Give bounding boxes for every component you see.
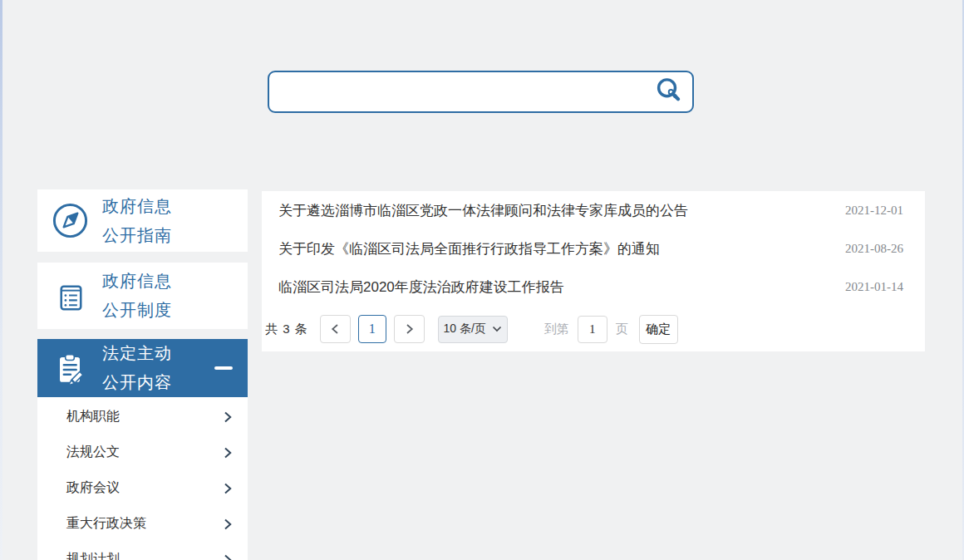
chevron-left-icon [330, 323, 341, 335]
chevron-right-icon [223, 553, 233, 560]
chevron-right-icon [223, 518, 233, 531]
sidebar-item-label-line1: 政府信息 [102, 192, 172, 221]
page-size-select[interactable]: 10 条/页 [438, 316, 508, 343]
sidebar-item-proactive-disclosure[interactable]: 法定主动 公开内容 [37, 339, 248, 397]
compass-icon [37, 201, 102, 240]
chevron-right-icon [223, 446, 233, 459]
magnifier-key-icon [654, 76, 686, 108]
submenu-label: 重大行政决策 [66, 515, 146, 533]
sidebar: 政府信息 公开指南 政府信息 公开制度 [37, 189, 248, 560]
list-item-title[interactable]: 关于遴选淄博市临淄区党政一体法律顾问和法律专家库成员的公告 [278, 201, 688, 220]
sidebar-item-regulations-documents[interactable]: 法规公文 [37, 435, 248, 470]
page-size-value: 10 条/页 [444, 322, 486, 336]
left-edge-accent [0, 0, 2, 560]
clipboard-pen-icon [37, 349, 102, 387]
current-page-button[interactable]: 1 [358, 315, 386, 343]
list-item[interactable]: 关于印发《临淄区司法局全面推行行政指导工作方案》的通知 2021-08-26 [262, 229, 925, 268]
search-button[interactable] [652, 75, 687, 110]
list-item-date: 2021-08-26 [845, 242, 903, 256]
chevron-right-icon [223, 410, 233, 424]
prev-page-button[interactable] [320, 315, 351, 343]
next-page-button[interactable] [394, 315, 425, 343]
goto-page-input[interactable] [578, 316, 607, 343]
article-list-panel: 关于遴选淄博市临淄区党政一体法律顾问和法律专家库成员的公告 2021-12-01… [262, 191, 925, 351]
sidebar-item-plans[interactable]: 规划计划 [37, 542, 248, 560]
goto-page-prefix: 到第 [544, 322, 569, 337]
notebook-icon [37, 277, 102, 316]
sidebar-item-label-line2: 公开内容 [102, 368, 172, 397]
confirm-button[interactable]: 确定 [639, 315, 678, 344]
list-item-date: 2021-01-14 [845, 280, 903, 294]
sidebar-item-major-decisions[interactable]: 重大行政决策 [37, 506, 248, 542]
sidebar-submenu: 机构职能 法规公文 政府会议 重大行政决策 规划计划 [37, 397, 248, 560]
list-item-title[interactable]: 关于印发《临淄区司法局全面推行行政指导工作方案》的通知 [278, 239, 660, 258]
list-item-date: 2021-12-01 [845, 204, 903, 218]
submenu-label: 政府会议 [66, 479, 120, 497]
minus-icon [214, 366, 233, 370]
sidebar-item-disclosure-system[interactable]: 政府信息 公开制度 [37, 263, 248, 329]
submenu-label: 法规公文 [66, 444, 120, 461]
list-item[interactable]: 临淄区司法局2020年度法治政府建设工作报告 2021-01-14 [262, 268, 925, 306]
list-item[interactable]: 关于遴选淄博市临淄区党政一体法律顾问和法律专家库成员的公告 2021-12-01 [262, 191, 925, 229]
sidebar-item-disclosure-guide[interactable]: 政府信息 公开指南 [37, 189, 248, 252]
submenu-label: 规划计划 [66, 551, 120, 560]
list-item-title[interactable]: 临淄区司法局2020年度法治政府建设工作报告 [278, 278, 564, 297]
total-count-label: 共 3 条 [265, 322, 308, 337]
submenu-label: 机构职能 [66, 408, 120, 425]
goto-page-suffix: 页 [616, 322, 628, 337]
search-bar [268, 71, 694, 113]
search-input[interactable] [269, 72, 652, 111]
chevron-right-icon [404, 323, 415, 335]
sidebar-item-label-line2: 公开制度 [102, 296, 172, 325]
sidebar-item-label-line2: 公开指南 [102, 221, 172, 250]
sidebar-item-label-line1: 政府信息 [102, 267, 172, 296]
sidebar-item-government-meetings[interactable]: 政府会议 [37, 470, 248, 506]
sidebar-item-organization-functions[interactable]: 机构职能 [37, 399, 248, 435]
sidebar-item-label-line1: 法定主动 [102, 339, 172, 368]
pagination: 共 3 条 1 10 条/页 到第 页 确定 [262, 307, 925, 351]
chevron-down-icon [492, 326, 502, 332]
chevron-right-icon [223, 482, 233, 495]
